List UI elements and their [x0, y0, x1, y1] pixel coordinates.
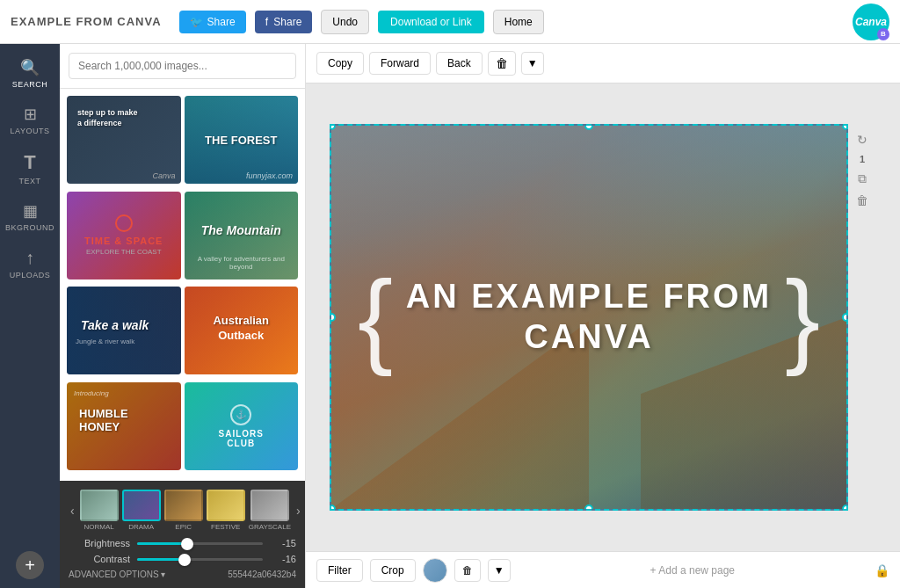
plus-icon: + [25, 555, 35, 576]
trash-layer-icon[interactable]: 🗑 [856, 193, 868, 207]
chevron-down-icon: ▾ [161, 570, 165, 579]
template-item[interactable]: Take a walk Jungle & river walk [67, 287, 181, 374]
uploads-icon: ↑ [25, 248, 34, 268]
twitter-share-button[interactable]: 🐦 Share [179, 11, 246, 33]
advanced-options-button[interactable]: ADVANCED OPTIONS ▾ [69, 570, 165, 579]
filter-drama-thumb [122, 490, 161, 521]
canvas-main-text[interactable]: AN EXAMPLE FROM CANVA [383, 277, 795, 357]
template-item[interactable]: Australian Outback [185, 287, 299, 374]
facebook-share-button[interactable]: f Share [255, 11, 313, 33]
canva-logo: Canva B [853, 4, 889, 40]
filter-normal-thumb [80, 490, 119, 521]
canvas-design[interactable]: { } AN EXAMPLE FROM CANVA [330, 124, 848, 511]
sidebar-item-layouts[interactable]: ⊞ LAYOUTS [0, 98, 60, 142]
resize-handle-mr[interactable] [842, 313, 848, 322]
user-badge: B [877, 28, 889, 40]
template-item[interactable]: ⚓ SAILORS CLUB [185, 382, 299, 470]
filter-festive[interactable]: FESTIVE [207, 490, 245, 531]
brightness-track [137, 542, 263, 545]
contrast-thumb[interactable] [178, 554, 191, 566]
text-icon: T [24, 151, 35, 174]
template-item[interactable]: TIME & SPACE EXPLORE THE COAST [67, 192, 181, 279]
search-input[interactable] [69, 53, 296, 79]
sidebar-item-search[interactable]: 🔍 SEARCH [0, 51, 60, 96]
contrast-fill [137, 558, 185, 561]
brightness-thumb[interactable] [181, 538, 193, 550]
contrast-track [137, 558, 263, 561]
add-page-button[interactable]: + Add a new page [650, 564, 735, 577]
delete-image-button[interactable]: 🗑 [454, 559, 481, 582]
copy-button[interactable]: Copy [316, 52, 364, 75]
resize-handle-bm[interactable] [584, 505, 593, 511]
download-button[interactable]: Download or Link [378, 11, 484, 33]
crop-button[interactable]: Crop [370, 559, 416, 582]
filter-festive-thumb [207, 490, 245, 521]
filter-epic-thumb [164, 490, 203, 521]
canvas-toolbar: Copy Forward Back 🗑 ▼ [306, 44, 900, 83]
filter-footer: ADVANCED OPTIONS ▾ 555442a06432b4 [69, 570, 296, 579]
canvas-wrapper: { } AN EXAMPLE FROM CANVA [306, 83, 900, 551]
resize-handle-br[interactable] [842, 505, 848, 511]
search-icon: 🔍 [20, 58, 40, 77]
filter-thumbnails: ‹ NORMAL DRAMA EPIC FESTIVE [69, 490, 296, 531]
filter-drama[interactable]: DRAMA [122, 490, 161, 531]
lock-icon[interactable]: 🔒 [875, 563, 889, 577]
facebook-icon: f [265, 16, 268, 28]
filter-button[interactable]: Filter [316, 559, 363, 582]
bottom-bar: Filter Crop 🗑 ▼ + Add a new page 🔒 [306, 551, 900, 588]
canvas-area: Copy Forward Back 🗑 ▼ { [306, 44, 900, 588]
sidebar-item-text[interactable]: T TEXT [0, 144, 60, 192]
brightness-fill [137, 542, 187, 545]
sidebar-item-background[interactable]: ▦ BKGROUND [0, 194, 60, 239]
bottom-dropdown-button[interactable]: ▼ [488, 559, 511, 582]
layouts-icon: ⊞ [24, 105, 37, 124]
sidebar-item-uploads[interactable]: ↑ UPLOADS [0, 241, 60, 287]
filter-panel: ‹ NORMAL DRAMA EPIC FESTIVE [60, 481, 305, 588]
search-bar [60, 44, 305, 89]
main-content: 🔍 SEARCH ⊞ LAYOUTS T TEXT ▦ BKGROUND ↑ U… [0, 44, 900, 588]
sidebar-icons: 🔍 SEARCH ⊞ LAYOUTS T TEXT ▦ BKGROUND ↑ U… [0, 44, 60, 588]
home-button[interactable]: Home [493, 10, 544, 34]
top-bar: EXAMPLE FROM CANVA 🐦 Share f Share Undo … [0, 0, 900, 44]
page-number: 1 [860, 154, 865, 164]
filter-grayscale[interactable]: GRAYSCALE [249, 490, 291, 531]
filter-next-button[interactable]: › [294, 502, 302, 519]
copy-layer-icon[interactable]: ⧉ [858, 171, 867, 186]
contrast-slider-row: Contrast -16 [69, 554, 296, 564]
filter-prev-button[interactable]: ‹ [69, 502, 76, 519]
forward-button[interactable]: Forward [369, 52, 431, 75]
templates-panel: step up to makea difference Canva THE FO… [60, 44, 306, 588]
toolbar-dropdown-button[interactable]: ▼ [521, 52, 544, 75]
add-element-button[interactable]: + [16, 551, 44, 579]
brightness-slider-row: Brightness -15 [69, 538, 296, 548]
back-button[interactable]: Back [436, 52, 483, 75]
delete-button[interactable]: 🗑 [488, 51, 516, 76]
twitter-icon: 🐦 [190, 16, 203, 28]
hex-value: 555442a06432b4 [228, 570, 296, 579]
top-bar-title: EXAMPLE FROM CANVA [11, 15, 162, 28]
filter-epic[interactable]: EPIC [164, 490, 203, 531]
image-thumbnail[interactable] [423, 558, 447, 583]
right-sidebar: ↻ 1 ⧉ 🗑 [848, 124, 876, 511]
filter-normal[interactable]: NORMAL [80, 490, 119, 531]
background-icon: ▦ [23, 201, 38, 221]
template-item[interactable]: The Mountain A valley for adventurers an… [185, 192, 299, 279]
resize-handle-tr[interactable] [842, 124, 848, 130]
templates-grid: step up to makea difference Canva THE FO… [60, 89, 305, 481]
template-item[interactable]: step up to makea difference Canva [67, 96, 181, 184]
template-item[interactable]: Introducing HUMBLEHONEY [67, 382, 181, 470]
filter-grayscale-thumb [250, 490, 289, 521]
rotate-icon[interactable]: ↻ [857, 133, 867, 147]
undo-button[interactable]: Undo [321, 10, 369, 34]
template-item[interactable]: THE FOREST funnyjax.com [185, 96, 299, 184]
resize-handle-bl[interactable] [330, 505, 336, 511]
